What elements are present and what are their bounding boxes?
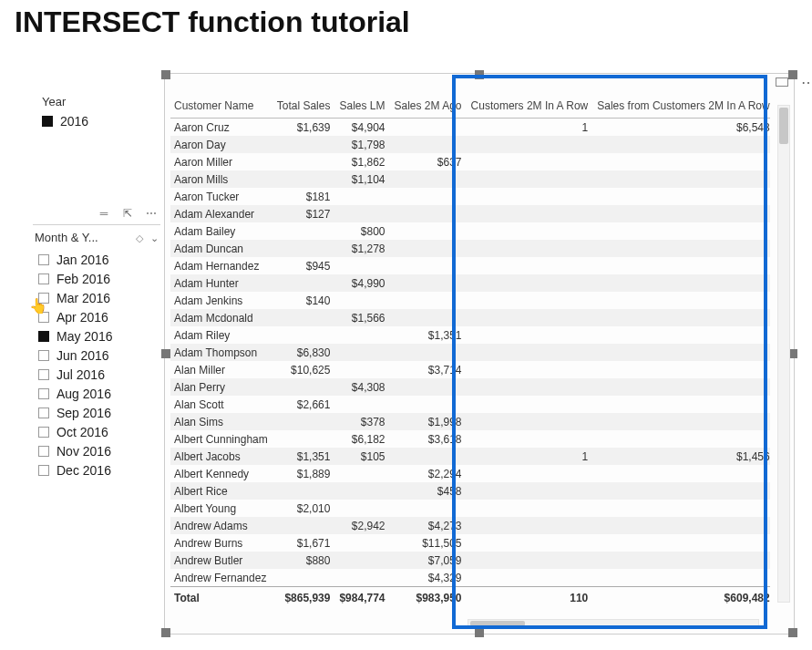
month-option-label: Jun 2016 bbox=[57, 348, 109, 363]
month-option[interactable]: Apr 2016 bbox=[38, 307, 160, 326]
month-option[interactable]: Nov 2016 bbox=[38, 441, 160, 460]
resize-handle[interactable] bbox=[161, 628, 170, 637]
table-row[interactable]: Adam Mcdonald$1,566 bbox=[170, 309, 770, 326]
cell-sales-from-2m-row bbox=[593, 188, 770, 205]
month-option[interactable]: Jul 2016 bbox=[38, 365, 160, 384]
month-option-label: Mar 2016 bbox=[57, 291, 110, 305]
table-row[interactable]: Andrew Adams$2,942$4,273 bbox=[170, 517, 770, 534]
clear-selection-icon[interactable]: ◇ bbox=[136, 232, 143, 243]
table-row[interactable]: Alan Scott$2,661 bbox=[170, 396, 770, 413]
table-row[interactable]: Albert Cunningham$6,182$3,618 bbox=[170, 430, 770, 448]
table-row[interactable]: Andrew Burns$1,671$11,505 bbox=[170, 534, 770, 552]
month-slicer[interactable]: ═ ⇱ ⋯ Month & Y... ◇ ⌄ Jan 2016Feb 2016M… bbox=[33, 204, 160, 480]
table-row[interactable]: Alan Perry$4,308 bbox=[170, 378, 770, 396]
resize-handle[interactable] bbox=[161, 349, 170, 358]
col-total-sales[interactable]: Total Sales bbox=[273, 99, 336, 119]
month-option[interactable]: Feb 2016 bbox=[38, 269, 160, 288]
cell-sales-2m-ago bbox=[391, 448, 468, 465]
resize-handle[interactable] bbox=[475, 70, 484, 79]
vertical-scrollbar[interactable] bbox=[777, 105, 790, 603]
table-row[interactable]: Aaron Miller$1,862$637 bbox=[170, 153, 770, 170]
year-option-label: 2016 bbox=[60, 114, 88, 129]
more-options-icon[interactable]: ⋯ bbox=[144, 206, 159, 221]
cell-customers-2m-row bbox=[468, 240, 594, 257]
table-row[interactable]: Albert Rice$458 bbox=[170, 482, 770, 500]
cell-sales-2m-ago: $3,618 bbox=[391, 430, 468, 448]
cell-customers-2m-row bbox=[468, 170, 594, 188]
table-row[interactable]: Alan Sims$378$1,998 bbox=[170, 413, 770, 430]
month-option[interactable]: Jan 2016 bbox=[38, 250, 160, 269]
month-slicer-header[interactable]: Month & Y... ◇ ⌄ bbox=[33, 229, 160, 248]
cell-total-sales: $1,639 bbox=[273, 119, 336, 137]
cell-sales-lm: $105 bbox=[335, 448, 390, 465]
col-customer-name[interactable]: Customer Name bbox=[170, 99, 273, 119]
cell-sales-2m-ago: $4,329 bbox=[391, 569, 468, 587]
table-visual[interactable]: ⋯ Customer Name Total Sales Sales LM Sal… bbox=[164, 73, 795, 635]
table-row[interactable]: Adam Bailey$800 bbox=[170, 222, 770, 240]
table-row[interactable]: Aaron Tucker$181 bbox=[170, 188, 770, 205]
table-row[interactable]: Adam Riley$1,351 bbox=[170, 326, 770, 344]
table-row[interactable]: Aaron Day$1,798 bbox=[170, 136, 770, 153]
col-sales-from-2m-row[interactable]: Sales from Customers 2M In A Row bbox=[593, 99, 770, 119]
page-title: INTERSECT function tutorial bbox=[0, 0, 812, 39]
month-option[interactable]: Mar 2016 bbox=[38, 288, 160, 307]
table-row[interactable]: Aaron Mills$1,104 bbox=[170, 170, 770, 188]
checkbox-icon bbox=[38, 465, 49, 476]
cell-customers-2m-row bbox=[468, 430, 594, 448]
month-option[interactable]: Jun 2016 bbox=[38, 346, 160, 365]
table-row[interactable]: Aaron Cruz$1,639$4,9041$6,543 bbox=[170, 119, 770, 137]
horizontal-scrollbar[interactable] bbox=[468, 619, 759, 628]
table-row[interactable]: Andrew Fernandez$4,329 bbox=[170, 569, 770, 587]
cell-customers-2m-row bbox=[468, 309, 594, 326]
table-scroll-area[interactable]: Customer Name Total Sales Sales LM Sales… bbox=[170, 99, 770, 606]
cell-sales-from-2m-row bbox=[593, 274, 770, 292]
table-row[interactable]: Adam Alexander$127 bbox=[170, 205, 770, 222]
month-option[interactable]: May 2016 bbox=[38, 326, 160, 346]
cell-sales-from-2m-row bbox=[593, 534, 770, 552]
resize-handle[interactable] bbox=[788, 70, 797, 79]
table-row[interactable]: Adam Duncan$1,278 bbox=[170, 240, 770, 257]
col-sales-2m-ago[interactable]: Sales 2M Ago bbox=[391, 99, 468, 119]
table-row[interactable]: Adam Hunter$4,990 bbox=[170, 274, 770, 292]
more-options-icon[interactable]: ⋯ bbox=[799, 74, 812, 88]
month-option[interactable]: Aug 2016 bbox=[38, 384, 160, 403]
year-slicer[interactable]: Year 2016 bbox=[42, 95, 151, 129]
table-row[interactable]: Andrew Butler$880$7,059 bbox=[170, 552, 770, 569]
table-row[interactable]: Albert Kennedy$1,889$2,294 bbox=[170, 465, 770, 482]
scrollbar-thumb[interactable] bbox=[779, 108, 788, 144]
resize-handle[interactable] bbox=[475, 628, 484, 637]
col-customers-2m-row[interactable]: Customers 2M In A Row bbox=[468, 99, 594, 119]
switch-icon[interactable]: ═ bbox=[97, 206, 111, 221]
cell-total-sales bbox=[273, 430, 336, 448]
cell-sales-2m-ago bbox=[391, 274, 468, 292]
focus-mode-icon[interactable]: ⇱ bbox=[120, 206, 135, 221]
month-option-label: Jul 2016 bbox=[57, 367, 105, 382]
table-row[interactable]: Adam Jenkins$140 bbox=[170, 292, 770, 309]
table-row[interactable]: Alan Miller$10,625$3,714 bbox=[170, 361, 770, 378]
cell-sales-lm bbox=[335, 326, 390, 344]
month-option[interactable]: Oct 2016 bbox=[38, 422, 160, 441]
cell-sales-from-2m-row bbox=[593, 292, 770, 309]
focus-mode-icon[interactable] bbox=[776, 77, 788, 87]
cell-total-sales bbox=[273, 274, 336, 292]
table-row[interactable]: Adam Thompson$6,830 bbox=[170, 344, 770, 361]
table-row[interactable]: Albert Jacobs$1,351$1051$1,456 bbox=[170, 448, 770, 465]
month-option[interactable]: Sep 2016 bbox=[38, 403, 160, 422]
table-row[interactable]: Adam Hernandez$945 bbox=[170, 257, 770, 274]
scrollbar-thumb[interactable] bbox=[470, 621, 525, 626]
month-option[interactable]: Dec 2016 bbox=[38, 460, 160, 480]
table-row[interactable]: Albert Young$2,010 bbox=[170, 500, 770, 517]
checkbox-icon bbox=[38, 369, 49, 380]
cell-total-sales bbox=[273, 136, 336, 153]
resize-handle[interactable] bbox=[161, 70, 170, 79]
cell-sales-lm: $1,278 bbox=[335, 240, 390, 257]
cell-total-sales: $127 bbox=[273, 205, 336, 222]
resize-handle[interactable] bbox=[788, 628, 797, 637]
cell-sales-2m-ago: $4,273 bbox=[391, 517, 468, 534]
cell-sales-2m-ago bbox=[391, 136, 468, 153]
table-header-row: Customer Name Total Sales Sales LM Sales… bbox=[170, 99, 770, 119]
chevron-down-icon[interactable]: ⌄ bbox=[150, 232, 159, 243]
year-option-2016[interactable]: 2016 bbox=[42, 114, 151, 129]
col-sales-lm[interactable]: Sales LM bbox=[335, 99, 390, 119]
cell-customers-2m-row bbox=[468, 188, 594, 205]
